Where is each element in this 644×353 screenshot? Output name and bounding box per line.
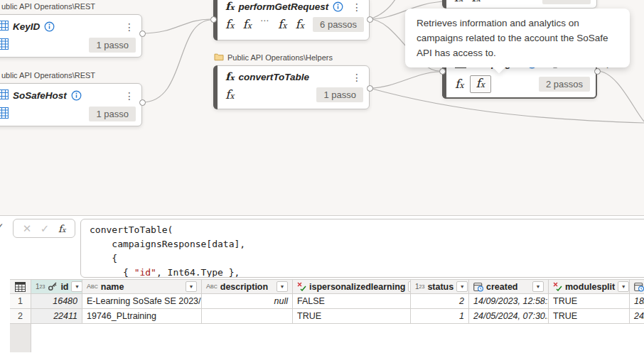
column-header-description[interactable]: ABCdescription▼ xyxy=(202,279,293,294)
node-name: convertToTable xyxy=(238,72,309,82)
input-port[interactable] xyxy=(210,16,217,23)
output-port[interactable] xyxy=(367,85,373,92)
boolean-type-icon xyxy=(297,282,306,291)
node-name: performGetRequest xyxy=(238,1,328,12)
cell[interactable]: 19746_PLtraining xyxy=(82,309,202,324)
cell[interactable]: FALSE xyxy=(293,294,411,309)
info-icon[interactable] xyxy=(333,1,343,12)
column-header-datetime[interactable] xyxy=(630,279,644,294)
column-header-id[interactable]: 123id▼ xyxy=(31,279,82,294)
cell[interactable]: 18/ xyxy=(630,294,644,309)
table-icon xyxy=(0,21,9,33)
query-node-converttotable[interactable]: fx convertToTable ⋮ fx 1 passo xyxy=(213,65,370,109)
node-name: KeyID xyxy=(13,21,40,32)
query-node-keyid[interactable]: KeyID ⋮ 1 passo xyxy=(0,14,142,58)
chevron-icon[interactable]: ✓ xyxy=(0,221,4,232)
cell[interactable]: 2 xyxy=(411,294,469,309)
formula-bar: ✓ ✕ ✓ fx convertToTable( campaignsRespon… xyxy=(0,215,644,279)
cell[interactable]: 1 xyxy=(411,309,469,324)
steps-badge: 1 passo xyxy=(316,87,363,102)
filter-button[interactable]: ▼ xyxy=(277,281,288,292)
filter-button[interactable]: ▼ xyxy=(532,281,544,292)
step-fx-icon[interactable]: fx xyxy=(454,0,463,4)
selected-step[interactable]: fx xyxy=(470,75,492,93)
column-header-status[interactable]: 123status▼ xyxy=(411,279,469,294)
output-port[interactable] xyxy=(594,68,601,75)
info-icon[interactable] xyxy=(44,21,55,32)
steps-badge: 1 passo xyxy=(89,107,136,121)
diagram-view-canvas[interactable]: ublic API Operations\REST ublic API Oper… xyxy=(0,0,644,215)
formula-actions: ✕ ✓ fx xyxy=(13,219,75,238)
step-fx-icon[interactable]: fx xyxy=(243,18,252,31)
column-header-name[interactable]: ABCname▼ xyxy=(82,279,202,294)
text-type-icon: ABC xyxy=(87,283,98,290)
query-node-sosafehost[interactable]: SoSafeHost ⋮ 1 passo xyxy=(0,83,142,126)
info-icon[interactable] xyxy=(71,90,82,101)
cell[interactable] xyxy=(202,309,293,324)
steps-ellipsis: ⋯ xyxy=(260,16,269,26)
cell[interactable]: 14/09/2023, 12:58:... xyxy=(469,294,549,309)
step-fx-icon[interactable]: fx xyxy=(225,89,235,101)
function-icon: fx xyxy=(225,1,234,12)
select-all-cells-button[interactable] xyxy=(10,279,31,294)
commit-icon[interactable]: ✓ xyxy=(41,222,50,235)
steps-badge: 6 passos xyxy=(313,17,364,32)
cell[interactable]: 24/05/2024, 07:30... xyxy=(469,309,549,324)
cell[interactable]: TRUE xyxy=(549,294,630,309)
cell[interactable]: 24/ xyxy=(630,309,644,324)
column-header-created[interactable]: created▼ xyxy=(469,279,549,294)
group-label-rest-1: ublic API Operations\REST xyxy=(1,2,95,11)
steps-badge: 1 passo xyxy=(89,38,136,53)
add-function-icon[interactable]: fx xyxy=(58,222,65,235)
filter-button[interactable]: ▼ xyxy=(618,281,629,292)
datetime-type-icon xyxy=(473,282,483,292)
more-menu-icon[interactable]: ⋮ xyxy=(352,2,362,12)
data-grid: 123id▼ABCname▼ABCdescription▼ispersonali… xyxy=(10,279,644,353)
step-fx-icon[interactable]: fx xyxy=(455,78,464,90)
step-table-icon[interactable] xyxy=(0,38,9,53)
input-port[interactable] xyxy=(439,68,446,75)
table-row: 116480E-Learning SoSafe SE 2023/...nullF… xyxy=(10,294,644,309)
cell[interactable]: null xyxy=(202,294,293,309)
number-type-icon: 123 xyxy=(415,283,424,290)
cell[interactable]: TRUE xyxy=(293,309,411,324)
table-icon xyxy=(0,89,9,102)
column-header-ispersonalizedlearning[interactable]: ispersonalizedlearning▼ xyxy=(293,279,411,294)
key-icon xyxy=(48,282,58,291)
filter-button[interactable]: ▼ xyxy=(186,281,197,292)
filter-button[interactable]: ▼ xyxy=(456,281,468,292)
steps-badge: 2 passos xyxy=(539,77,590,92)
group-label-helpers: Public API Operations\Helpers xyxy=(214,53,333,63)
group-label-rest-2: ublic API Operations\REST xyxy=(1,71,95,80)
function-icon: fx xyxy=(225,72,234,82)
step-fx-icon[interactable]: fx xyxy=(472,0,481,4)
output-port[interactable] xyxy=(139,99,146,106)
more-menu-icon[interactable]: ⋮ xyxy=(352,72,362,82)
filter-button[interactable]: ▼ xyxy=(71,281,82,292)
step-fx-icon[interactable]: fx xyxy=(278,18,287,31)
row-number[interactable]: 2 xyxy=(10,309,31,324)
more-menu-icon[interactable]: ⋮ xyxy=(124,22,134,32)
output-port[interactable] xyxy=(139,31,146,37)
step-fx-icon[interactable]: fx xyxy=(296,18,305,31)
output-port[interactable] xyxy=(367,16,373,23)
formula-input[interactable]: convertToTable( campaignsResponse[data],… xyxy=(80,219,644,278)
more-menu-icon[interactable]: ⋮ xyxy=(124,91,134,101)
query-node-cut-top[interactable]: fx fx xyxy=(442,0,597,9)
folder-icon xyxy=(214,53,224,63)
cell[interactable]: 16480 xyxy=(31,294,82,309)
steps-badge xyxy=(542,0,591,4)
table-row: 22241119746_PLtrainingTRUE124/05/2024, 0… xyxy=(10,309,644,324)
row-gutter xyxy=(10,324,31,352)
step-fx-icon[interactable]: fx xyxy=(225,18,235,31)
cell[interactable]: E-Learning SoSafe SE 2023/... xyxy=(82,294,202,309)
step-table-icon[interactable] xyxy=(0,107,9,121)
power-query-editor: ublic API Operations\REST ublic API Oper… xyxy=(0,0,644,353)
string-literal: "id" xyxy=(134,267,156,278)
cell[interactable]: 22411 xyxy=(31,309,82,324)
cell[interactable]: TRUE xyxy=(549,309,630,324)
row-number[interactable]: 1 xyxy=(10,294,31,309)
cancel-icon[interactable]: ✕ xyxy=(23,222,32,235)
column-header-modulesplit[interactable]: modulesplit▼ xyxy=(549,279,630,294)
query-node-performgetrequest[interactable]: fx performGetRequest ⋮ fx fx ⋯ fx fx 6 p… xyxy=(213,0,370,40)
